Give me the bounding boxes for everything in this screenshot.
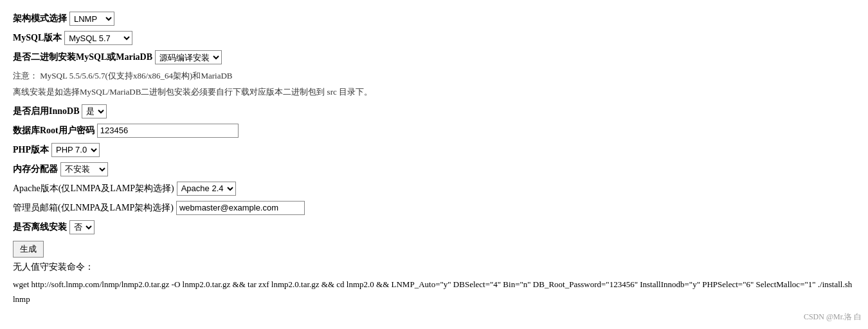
mysql-version-label: MySQL版本 — [13, 32, 62, 44]
innodb-select[interactable]: 是 否 — [82, 104, 107, 118]
command-output: wget http://soft.lnmp.com/lnmp/lnmp2.0.t… — [13, 277, 855, 307]
malloc-select[interactable]: 不安装 jemalloc tcmalloc — [60, 162, 108, 176]
db-root-label: 数据库Root用户密码 — [13, 125, 95, 136]
mysql-version-row: MySQL版本 MySQL 5.7 MySQL 5.6 MySQL 5.5 Ma… — [13, 31, 855, 45]
binary-row: 是否二进制安装MySQL或MariaDB 源码编译安装 二进制安装 — [13, 50, 855, 64]
generate-btn-row: 生成 — [13, 240, 855, 261]
php-row: PHP版本 PHP 7.0 PHP 5.6 PHP 7.1 PHP 7.2 — [13, 143, 855, 157]
note-line1: 注意： MySQL 5.5/5.6/5.7(仅支持x86/x86_64架构)和M… — [13, 70, 855, 83]
malloc-row: 内存分配器 不安装 jemalloc tcmalloc — [13, 162, 855, 176]
email-row: 管理员邮箱(仅LNMPA及LAMP架构选择) — [13, 201, 855, 215]
db-root-input[interactable] — [97, 124, 239, 138]
offline-row: 是否离线安装 否 是 — [13, 220, 855, 234]
binary-select[interactable]: 源码编译安装 二进制安装 — [155, 50, 222, 64]
db-root-row: 数据库Root用户密码 — [13, 124, 855, 138]
binary-label: 是否二进制安装MySQL或MariaDB — [13, 52, 152, 63]
innodb-row: 是否启用InnoDB 是 否 — [13, 104, 855, 118]
email-label: 管理员邮箱(仅LNMPA及LAMP架构选择) — [13, 202, 174, 214]
apache-select[interactable]: Apache 2.4 Apache 2.2 — [177, 182, 236, 196]
output-label: 无人值守安装命令： — [13, 261, 855, 273]
offline-label: 是否离线安装 — [13, 221, 67, 233]
arch-row: 架构模式选择 LNMP LNMPA LAMP — [13, 12, 855, 26]
innodb-label: 是否启用InnoDB — [13, 106, 79, 117]
mysql-version-select[interactable]: MySQL 5.7 MySQL 5.6 MySQL 5.5 MariaDB 10… — [64, 31, 132, 45]
arch-select[interactable]: LNMP LNMPA LAMP — [69, 12, 114, 26]
apache-label: Apache版本(仅LNMPA及LAMP架构选择) — [13, 183, 174, 194]
apache-row: Apache版本(仅LNMPA及LAMP架构选择) Apache 2.4 Apa… — [13, 182, 855, 196]
offline-select[interactable]: 否 是 — [69, 220, 95, 234]
php-label: PHP版本 — [13, 144, 49, 156]
generate-button[interactable]: 生成 — [13, 241, 44, 258]
note-line2: 离线安装是如选择MySQL/MariaDB二进制包安装必须要自行下载对应版本二进… — [13, 86, 855, 99]
arch-label: 架构模式选择 — [13, 13, 67, 24]
email-input[interactable] — [176, 201, 305, 215]
php-select[interactable]: PHP 7.0 PHP 5.6 PHP 7.1 PHP 7.2 — [51, 143, 100, 157]
malloc-label: 内存分配器 — [13, 164, 58, 175]
watermark: CSDN @Mr.洛 白 — [804, 312, 862, 323]
